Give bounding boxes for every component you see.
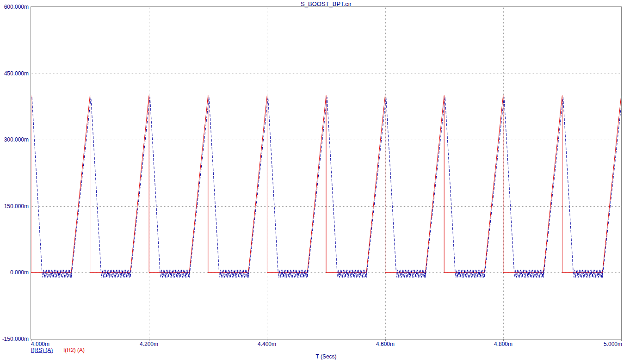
x-tick-label: 4.000m [31, 341, 59, 347]
y-tick-label: 150.000m [0, 203, 29, 210]
x-axis-title: T (Secs) [31, 353, 621, 360]
y-tick-label: 600.000m [0, 4, 29, 10]
x-tick-label: 4.200m [135, 341, 163, 347]
y-tick-label: 300.000m [0, 136, 29, 143]
x-tick-label: 4.600m [371, 341, 399, 347]
plot-window: S_BOOST_BPT.cir 600.000m 450.000m 300.00… [0, 0, 636, 364]
trace-i-r2-a [31, 96, 621, 273]
legend-item-ir2[interactable]: I(R2) (A) [63, 347, 85, 353]
y-tick-label: -150.000m [0, 336, 29, 342]
traces [31, 96, 622, 278]
y-tick-label: 450.000m [0, 70, 29, 77]
y-tick-label: 0.000m [0, 269, 29, 276]
legend-item-irs[interactable]: I(RS) (A) [31, 347, 53, 353]
trace-i-rs-a [32, 97, 622, 278]
legend: I(RS) (A) I(R2) (A) [0, 347, 636, 354]
plot-canvas[interactable] [0, 0, 636, 364]
x-tick-label: 4.800m [489, 341, 517, 347]
x-tick-label: 4.400m [253, 341, 281, 347]
x-tick-label: 5.000m [594, 341, 622, 347]
